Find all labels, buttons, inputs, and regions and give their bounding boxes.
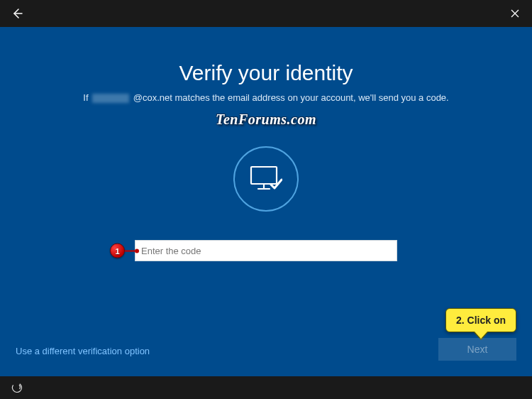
subtitle-prefix: If: [83, 92, 88, 103]
page-subtitle: If @cox.net matches the email address on…: [83, 92, 448, 103]
annotation-dot: [135, 248, 139, 253]
title-bar: [0, 0, 532, 27]
accessibility-icon: [11, 382, 23, 393]
input-row: 1: [0, 240, 532, 261]
device-icon-circle: [233, 146, 299, 212]
code-input[interactable]: [135, 240, 397, 261]
alt-verification-link[interactable]: Use a different verification option: [16, 346, 150, 356]
watermark-text: TenForums.com: [216, 111, 316, 128]
main-content: Verify your identity If @cox.net matches…: [0, 27, 532, 376]
redacted-email-user: [92, 94, 129, 103]
annotation-badge-1: 1: [110, 244, 125, 258]
arrow-left-icon: [11, 8, 23, 19]
annotation-step-2-callout: 2. Click on: [445, 308, 516, 332]
back-button[interactable]: [10, 6, 24, 21]
svg-rect-1: [251, 167, 277, 184]
monitor-check-icon: [250, 165, 282, 192]
page-title: Verify your identity: [179, 61, 353, 85]
ease-of-access-button[interactable]: [10, 381, 24, 395]
window: Verify your identity If @cox.net matches…: [0, 0, 532, 399]
subtitle-rest: @cox.net matches the email address on yo…: [133, 92, 449, 103]
next-button[interactable]: Next: [438, 338, 516, 361]
close-button[interactable]: [508, 6, 522, 21]
annotation-step-1: 1: [110, 244, 139, 258]
annotation-connector: [125, 250, 135, 251]
svg-point-4: [11, 382, 23, 393]
bottom-bar: [0, 376, 532, 399]
close-icon: [509, 8, 521, 19]
